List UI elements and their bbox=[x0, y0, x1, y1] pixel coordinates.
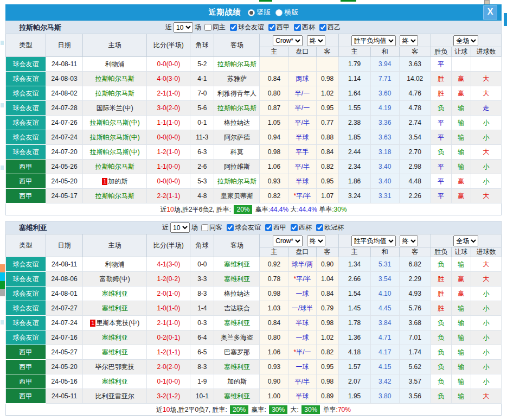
fulltime-select[interactable]: 全场 bbox=[453, 35, 478, 46]
odds-home-cell: 0.94 bbox=[260, 130, 288, 145]
league-filter[interactable]: 西杯 bbox=[287, 223, 312, 232]
league-filter[interactable]: 球会友谊 bbox=[227, 23, 264, 32]
odds-stage-select[interactable]: 终 bbox=[307, 236, 325, 246]
league-checkbox[interactable] bbox=[291, 224, 298, 231]
avg-draw-cell: 3.40 bbox=[370, 174, 399, 189]
avg-draw-cell: 3.84 bbox=[370, 316, 399, 330]
filter-bar: 近10场同主球会友谊西甲西杯西乙 bbox=[165, 22, 342, 33]
avg-stage-select[interactable]: 终 bbox=[400, 236, 418, 246]
filter-games-label: 场 bbox=[191, 223, 198, 232]
score-cell: 3-2(1-2) bbox=[147, 389, 190, 404]
result-cell: 平 bbox=[431, 130, 451, 145]
odds-away-cell: 0.79 bbox=[316, 301, 338, 316]
odds-line-cell: 一球 bbox=[288, 330, 316, 345]
league-checkbox[interactable] bbox=[265, 224, 272, 231]
league-filter[interactable]: 西乙 bbox=[316, 23, 341, 32]
league-filter[interactable]: 西杯 bbox=[291, 23, 315, 32]
avg-away-cell: 3.56 bbox=[399, 389, 431, 404]
same-venue-filter[interactable]: 同主 bbox=[201, 23, 226, 32]
league-filter[interactable]: 球会友谊 bbox=[223, 223, 261, 232]
home-team-cell: 比利亚雷亚尔 bbox=[83, 389, 147, 404]
goals-result-cell: 小 bbox=[471, 360, 501, 374]
avg-draw-cell: 3.80 bbox=[370, 389, 399, 404]
league-checkbox[interactable] bbox=[319, 24, 326, 31]
result-cell: 负 bbox=[431, 360, 451, 374]
filter-games-label: 场 bbox=[195, 23, 201, 32]
home-team-cell: 塞维利亚 bbox=[83, 330, 147, 345]
avg-select[interactable]: 胜平负均值 bbox=[351, 35, 396, 46]
league-checkbox[interactable] bbox=[268, 24, 275, 31]
match-date: 24-05-27 bbox=[46, 345, 83, 360]
match-count-select[interactable]: 10 bbox=[170, 222, 190, 233]
home-team-name: 拉斯帕尔马斯 bbox=[95, 90, 134, 97]
avg-stage-select[interactable]: 终 bbox=[400, 35, 418, 46]
avg-home-cell: 2.38 bbox=[338, 116, 370, 130]
odds-line-cell: *平/半 bbox=[288, 272, 316, 287]
avg-group-header: 胜平负均值 终 bbox=[338, 34, 431, 47]
avg-draw-cell: 5.31 bbox=[370, 257, 399, 272]
rank-badge: 1 bbox=[90, 320, 95, 327]
away-team-cell: 加的斯 bbox=[214, 374, 260, 389]
odds-stage-select[interactable]: 终 bbox=[307, 35, 325, 46]
avg-away-cell: 5.62 bbox=[399, 360, 431, 374]
col-date: 日期 bbox=[46, 234, 83, 257]
corner-cell: 11-3 bbox=[190, 130, 214, 145]
odds-home-cell: 1.06 bbox=[260, 345, 288, 360]
layout-radio-group: 竖版 横版 bbox=[243, 8, 299, 17]
col-goals: 进球数 bbox=[471, 47, 501, 57]
league-filter[interactable]: 西甲 bbox=[262, 223, 286, 232]
league-checkbox[interactable] bbox=[227, 224, 234, 231]
odds-away-cell: 0.82 bbox=[316, 160, 338, 174]
summary-segment: 30% bbox=[269, 405, 287, 414]
score-cell: 1-2(1-1) bbox=[147, 345, 190, 360]
home-team-name: 拉斯帕尔马斯 bbox=[95, 192, 134, 200]
avg-home-cell: 1.55 bbox=[338, 101, 370, 116]
corner-cell: 10-1 bbox=[190, 389, 214, 404]
home-team-name: 富勒姆(中) bbox=[100, 275, 130, 283]
odds-home-cell: 0.84 bbox=[260, 316, 288, 330]
portrait-radio[interactable] bbox=[248, 9, 255, 16]
league-filter[interactable]: 欧冠杯 bbox=[313, 223, 344, 232]
same-venue-filter[interactable]: 同客 bbox=[198, 223, 222, 232]
league-filter[interactable]: 西甲 bbox=[265, 23, 290, 32]
avg-home-cell: 2.07 bbox=[338, 374, 370, 389]
match-type-badge: 西甲 bbox=[6, 174, 46, 189]
avg-draw-cell: 4.17 bbox=[370, 345, 399, 360]
landscape-radio[interactable] bbox=[275, 9, 283, 16]
avg-select[interactable]: 胜平负均值 bbox=[351, 236, 396, 246]
same-venue-checkbox[interactable] bbox=[204, 24, 211, 31]
league-checkbox[interactable] bbox=[294, 24, 301, 31]
match-type-badge: 球会友谊 bbox=[6, 57, 46, 72]
match-count-select[interactable]: 10 bbox=[174, 22, 193, 33]
close-icon[interactable]: X bbox=[483, 5, 497, 20]
odds-home-cell: 0.92 bbox=[260, 257, 288, 272]
away-team-cell: 吉达联合 bbox=[214, 301, 260, 316]
matches-table: 类型 日期 主场 比分(半场) 角球 客场 Crow* 终 胜平负均值 终 全场 bbox=[5, 34, 502, 203]
score-cell: 2-1(1-0) bbox=[147, 86, 190, 101]
bookmaker-select[interactable]: Crow* bbox=[273, 35, 303, 46]
same-venue-checkbox[interactable] bbox=[201, 224, 208, 231]
avg-home-cell: 1.36 bbox=[338, 330, 370, 345]
col-odds-away: 客 bbox=[316, 247, 338, 257]
match-date: 24-05-17 bbox=[46, 189, 83, 203]
bookmaker-select[interactable]: Crow* bbox=[273, 236, 303, 246]
match-date: 24-07-26 bbox=[46, 116, 83, 130]
league-checkbox[interactable] bbox=[316, 224, 323, 231]
away-team-name: 塞维利亚 bbox=[224, 319, 250, 327]
fulltime-select[interactable]: 全场 bbox=[453, 236, 478, 246]
league-checkbox[interactable] bbox=[230, 24, 237, 31]
away-team-name: 利雅得青年人 bbox=[217, 90, 256, 97]
corner-cell: 1-9 bbox=[190, 374, 214, 389]
odds-line-cell: 半/一 bbox=[288, 86, 316, 101]
landscape-radio-label[interactable]: 横版 bbox=[285, 8, 299, 17]
background-fragment bbox=[1, 166, 4, 170]
odds-line-cell: 球半/两 bbox=[288, 257, 316, 272]
home-team-name: 塞维利亚 bbox=[102, 348, 128, 356]
avg-away-cell: 2.74 bbox=[399, 116, 431, 130]
portrait-radio-label[interactable]: 竖版 bbox=[257, 8, 271, 17]
odds-line-cell: *半/一 bbox=[288, 345, 316, 360]
away-team-cell: 格拉纳达 bbox=[214, 287, 260, 301]
avg-home-cell: 1.45 bbox=[338, 301, 370, 316]
avg-group-header: 胜平负均值 终 bbox=[338, 234, 431, 247]
corner-cell: 4-8 bbox=[190, 189, 214, 203]
